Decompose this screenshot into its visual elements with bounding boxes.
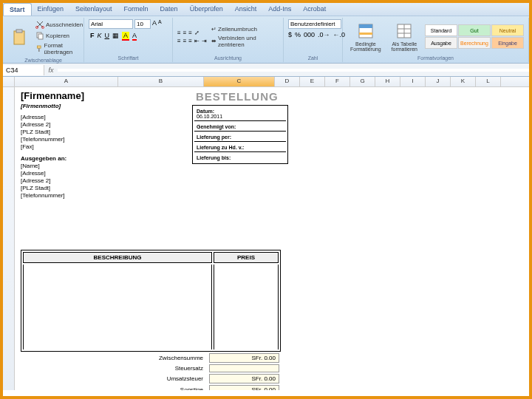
col-header-a[interactable]: A bbox=[15, 77, 118, 86]
tab-acrobat[interactable]: Acrobat bbox=[297, 3, 332, 16]
col-header-i[interactable]: I bbox=[400, 77, 426, 86]
underline-button[interactable]: U bbox=[105, 32, 110, 41]
svg-rect-0 bbox=[14, 31, 24, 44]
row-headers bbox=[3, 87, 15, 390]
decimal-increase-icon[interactable]: .0→ bbox=[318, 31, 330, 38]
col-header-g[interactable]: G bbox=[350, 77, 375, 86]
column-headers: A B C D E F G H I J K L bbox=[3, 77, 529, 87]
merge-icon: ⬌ bbox=[211, 38, 216, 44]
group-font: Arial 10 A A F K U ▦ A A Schriftart bbox=[84, 18, 173, 62]
tab-formeln[interactable]: Formeln bbox=[118, 3, 154, 16]
sheet-area: [Firmenname] [Firmenmotto] [Adresse][Adr… bbox=[3, 87, 529, 390]
fx-icon[interactable]: fx bbox=[44, 66, 58, 74]
order-title: BESTELLUNG bbox=[196, 90, 279, 103]
th-description: BESCHREIBUNG bbox=[23, 252, 212, 263]
col-header-j[interactable]: J bbox=[426, 77, 451, 86]
style-berechnung[interactable]: Berechnung bbox=[458, 37, 491, 49]
group-number-label: Zahl bbox=[288, 55, 338, 61]
col-header-l[interactable]: L bbox=[476, 77, 501, 86]
cell-styles-gallery[interactable]: Standard Gut Neutral Ausgabe Berechnung … bbox=[425, 24, 524, 49]
align-middle-icon[interactable]: ≡ bbox=[183, 30, 187, 36]
font-size-select[interactable]: 10 bbox=[134, 19, 151, 29]
grow-font-icon[interactable]: A bbox=[152, 19, 157, 29]
style-ausgabe[interactable]: Ausgabe bbox=[425, 37, 457, 49]
name-box[interactable]: C34 bbox=[3, 65, 44, 75]
svg-rect-5 bbox=[38, 34, 43, 39]
group-font-label: Schriftart bbox=[89, 55, 168, 61]
group-clipboard-label: Zwischenablage bbox=[7, 58, 79, 63]
number-format-select[interactable]: Benutzerdefiniert bbox=[288, 19, 341, 29]
tab-seitenlayout[interactable]: Seitenlayout bbox=[69, 3, 118, 16]
col-header-d[interactable]: D bbox=[275, 77, 300, 86]
copy-icon bbox=[35, 31, 44, 40]
ribbon-tabs: Start Einfügen Seitenlayout Formeln Date… bbox=[3, 3, 529, 16]
worksheet-content[interactable]: [Firmenname] [Firmenmotto] [Adresse][Adr… bbox=[15, 87, 529, 390]
svg-rect-1 bbox=[16, 30, 22, 33]
select-all-button[interactable] bbox=[3, 77, 15, 86]
indent-increase-icon[interactable]: ⇥ bbox=[202, 38, 207, 44]
formula-input[interactable] bbox=[58, 69, 529, 72]
fill-color-button[interactable]: A bbox=[122, 32, 129, 41]
line-items-table: BESCHREIBUNGPREIS bbox=[21, 250, 281, 352]
style-neutral[interactable]: Neutral bbox=[491, 24, 524, 36]
tab-daten[interactable]: Daten bbox=[154, 3, 184, 16]
align-bottom-icon[interactable]: ≡ bbox=[188, 30, 192, 36]
th-price: PREIS bbox=[214, 252, 279, 263]
svg-rect-7 bbox=[38, 48, 40, 52]
border-button[interactable]: ▦ bbox=[112, 32, 119, 41]
tab-start[interactable]: Start bbox=[3, 3, 32, 16]
wrap-icon: ↵ bbox=[211, 26, 216, 33]
paste-icon bbox=[10, 29, 28, 47]
percent-icon[interactable]: % bbox=[295, 31, 301, 38]
tab-addins[interactable]: Add-Ins bbox=[262, 3, 297, 16]
conditional-format-button[interactable]: Bedingte Formatierung bbox=[347, 21, 384, 53]
align-left-icon[interactable]: ≡ bbox=[177, 38, 181, 44]
tab-ansicht[interactable]: Ansicht bbox=[229, 3, 263, 16]
format-painter-button[interactable]: Format übertragen bbox=[34, 41, 84, 56]
align-center-icon[interactable]: ≡ bbox=[183, 38, 187, 44]
currency-icon[interactable]: $ bbox=[288, 31, 292, 38]
svg-rect-10 bbox=[359, 33, 372, 35]
style-standard[interactable]: Standard bbox=[425, 24, 457, 36]
comma-icon[interactable]: 000 bbox=[304, 31, 315, 38]
copy-button[interactable]: Kopieren bbox=[34, 30, 84, 41]
ribbon-body: Ausschneiden Kopieren Format übertragen … bbox=[3, 16, 529, 64]
scissors-icon bbox=[35, 20, 44, 29]
formula-bar: C34 fx bbox=[3, 64, 529, 77]
cut-button[interactable]: Ausschneiden bbox=[34, 19, 84, 30]
shrink-font-icon[interactable]: A bbox=[158, 19, 162, 29]
col-header-e[interactable]: E bbox=[300, 77, 325, 86]
group-styles-label: Formatvorlagen bbox=[347, 55, 524, 61]
merge-button[interactable]: ⬌Verbinden und zentrieren bbox=[210, 34, 279, 49]
col-header-c[interactable]: C bbox=[204, 77, 275, 86]
italic-button[interactable]: K bbox=[98, 32, 102, 41]
bold-button[interactable]: F bbox=[90, 32, 95, 41]
font-color-button[interactable]: A bbox=[132, 32, 137, 41]
col-header-b[interactable]: B bbox=[118, 77, 204, 86]
svg-rect-9 bbox=[359, 24, 372, 28]
ribbon: Start Einfügen Seitenlayout Formeln Date… bbox=[3, 3, 529, 64]
paste-button[interactable] bbox=[7, 27, 31, 48]
font-name-select[interactable]: Arial bbox=[89, 19, 133, 29]
align-right-icon[interactable]: ≡ bbox=[188, 38, 192, 44]
style-eingabe[interactable]: Eingabe bbox=[491, 37, 524, 49]
svg-rect-6 bbox=[37, 46, 41, 48]
align-top-icon[interactable]: ≡ bbox=[177, 30, 181, 36]
tab-ueberpruefen[interactable]: Überprüfen bbox=[184, 3, 229, 16]
totals-table: ZwischensummeSFr. 0.00 Steuersatz Umsatz… bbox=[21, 352, 281, 390]
group-styles: Bedingte Formatierung Als Tabelle format… bbox=[343, 18, 529, 62]
conditional-icon bbox=[357, 22, 375, 40]
format-as-table-button[interactable]: Als Tabelle formatieren bbox=[387, 21, 422, 53]
tab-einfuegen[interactable]: Einfügen bbox=[32, 3, 70, 16]
table-icon bbox=[395, 22, 413, 40]
wrap-text-button[interactable]: ↵Zeilenumbruch bbox=[210, 25, 279, 33]
group-number: Benutzerdefiniert $ % 000 .0→ ←.0 Zahl bbox=[284, 18, 343, 62]
order-info-table: Datum:06.10.2011 Genehmigt von: Lieferun… bbox=[192, 105, 288, 164]
style-gut[interactable]: Gut bbox=[458, 24, 491, 36]
col-header-h[interactable]: H bbox=[375, 77, 400, 86]
col-header-f[interactable]: F bbox=[325, 77, 350, 86]
col-header-k[interactable]: K bbox=[451, 77, 476, 86]
brush-icon bbox=[35, 44, 43, 53]
orientation-icon[interactable]: ⤢ bbox=[194, 30, 200, 36]
indent-decrease-icon[interactable]: ⇤ bbox=[194, 38, 200, 44]
